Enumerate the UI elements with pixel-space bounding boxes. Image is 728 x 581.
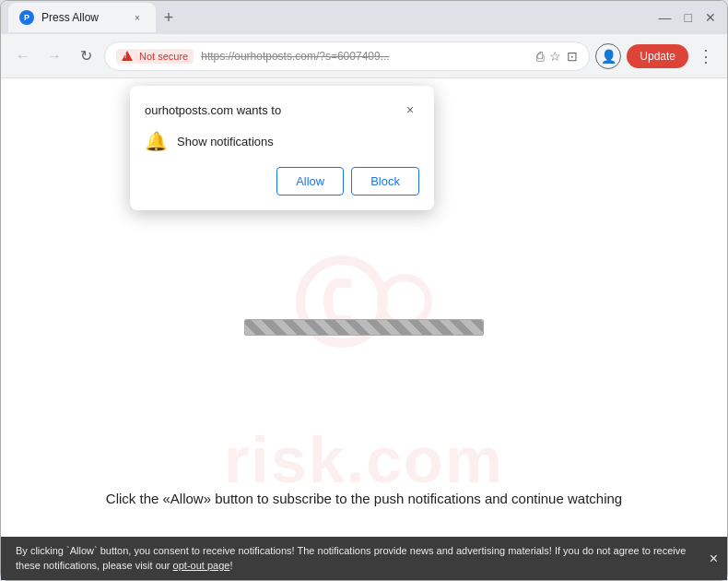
block-button[interactable]: Block [351,167,419,196]
consent-bar: By clicking `Allow` button, you consent … [1,537,727,580]
popup-header: ourhotposts.com wants to × [145,101,419,119]
url-display: https://ourhotposts.com/?s=6007409... [201,50,529,63]
nav-right-actions: 👤 Update ⋮ [595,42,718,70]
nav-bar: ← → ↻ Not secure https://ourhotposts.com… [1,34,727,78]
watermark-text: risk.com [1,423,727,497]
tab-bar: P Press Allow × + [8,1,652,34]
opt-out-link[interactable]: opt-out page [173,560,230,571]
active-tab[interactable]: P Press Allow × [8,3,156,32]
tab-search-icon[interactable]: ⊡ [567,49,578,64]
not-secure-badge: Not secure [116,49,194,64]
popup-title: ourhotposts.com wants to [145,103,281,117]
allow-button[interactable]: Allow [276,167,344,196]
page-content: risk.com ourhotposts.com wants to × 🔔 Sh… [1,78,727,580]
progress-bar [244,319,484,336]
not-secure-label: Not secure [139,51,188,62]
permission-popup: ourhotposts.com wants to × 🔔 Show notifi… [130,86,434,210]
more-options-button[interactable]: ⋮ [694,42,718,70]
permission-row: 🔔 Show notifications [145,130,419,152]
progress-bar-area [244,319,484,336]
warning-icon [122,51,133,61]
new-tab-button[interactable]: + [156,5,182,30]
popup-action-buttons: Allow Block [145,167,419,196]
omnibar-icons: ⎙ ☆ ⊡ [536,49,578,64]
browser-window: P Press Allow × + — □ ✕ ← → ↻ Not secure… [0,0,728,581]
minimize-button[interactable]: — [655,6,675,29]
title-bar: P Press Allow × + — □ ✕ [1,1,727,34]
bookmark-icon[interactable]: ☆ [549,49,561,64]
consent-suffix: ! [229,560,232,571]
forward-button[interactable]: → [41,43,67,69]
consent-text: By clicking `Allow` button, you consent … [16,545,686,570]
update-button[interactable]: Update [627,44,688,68]
title-bar-actions: — □ ✕ [655,6,720,29]
maximize-button[interactable]: □ [681,6,696,29]
share-icon[interactable]: ⎙ [536,49,544,64]
reload-button[interactable]: ↻ [73,43,99,69]
profile-button[interactable]: 👤 [595,43,621,69]
popup-close-button[interactable]: × [401,101,419,119]
permission-description: Show notifications [177,135,274,148]
consent-close-button[interactable]: × [710,548,718,568]
tab-close-button[interactable]: × [130,10,145,25]
tab-title: Press Allow [41,11,123,24]
omnibar[interactable]: Not secure https://ourhotposts.com/?s=60… [104,42,590,71]
window-close-button[interactable]: ✕ [701,6,720,29]
back-button[interactable]: ← [10,43,36,69]
tab-favicon: P [19,10,34,25]
instructions-text: Click the «Allow» button to subscribe to… [1,491,727,506]
bell-icon: 🔔 [145,130,168,152]
